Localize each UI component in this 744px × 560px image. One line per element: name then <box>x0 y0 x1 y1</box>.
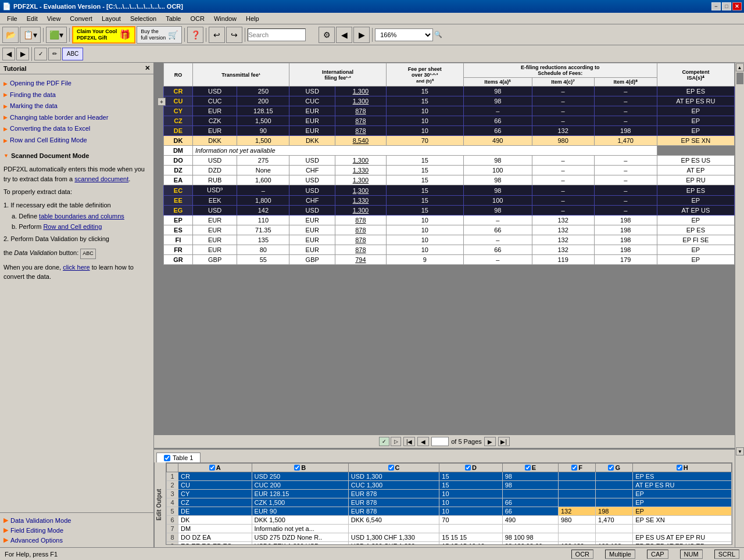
output-cell[interactable]: EP <box>633 490 732 498</box>
output-icon[interactable]: ▷ <box>391 437 401 446</box>
col-a-check[interactable] <box>209 465 215 471</box>
sidebar-link-opening[interactable]: ▶ Opening the PDF File <box>3 78 150 89</box>
output-cell[interactable]: 70 <box>439 516 502 525</box>
page-input[interactable]: 2 <box>431 437 449 446</box>
output-cell[interactable]: EUR 878 <box>348 498 439 507</box>
output-cell[interactable]: DM <box>178 525 252 533</box>
output-cell[interactable]: CUC 1,300 <box>348 481 439 490</box>
output-cell[interactable] <box>558 490 595 498</box>
output-table-container[interactable]: A B C D <box>166 462 732 545</box>
col-e-check[interactable] <box>525 465 531 471</box>
output-cell[interactable]: 66 <box>502 507 558 516</box>
output-cell[interactable] <box>558 533 595 542</box>
menu-view[interactable]: View <box>42 14 66 23</box>
menu-edit[interactable]: Edit <box>22 14 42 23</box>
forward-button[interactable]: ▶ <box>16 48 29 60</box>
output-cell[interactable] <box>596 481 633 490</box>
table-boundaries-link[interactable]: table boundaries and columns <box>39 213 124 220</box>
output-cell[interactable]: CY <box>178 490 252 498</box>
output-cell[interactable]: 15 15 15 <box>439 533 502 542</box>
output-cell[interactable]: 98 <box>502 481 558 490</box>
output-cell[interactable]: 1,470 <box>596 516 633 525</box>
field-editing-link[interactable]: ▶ Field Editing Mode <box>3 525 150 535</box>
output-cell[interactable]: EUR 878 <box>348 507 439 516</box>
output-cell[interactable] <box>558 498 595 507</box>
click-here-link[interactable]: click here <box>63 264 90 271</box>
output-cell[interactable] <box>558 481 595 490</box>
output-cell[interactable]: 66 <box>502 498 558 507</box>
maximize-button[interactable]: □ <box>722 2 731 10</box>
output-cell[interactable]: USD9 EEK 1,800 USD.. <box>252 542 348 545</box>
menu-help[interactable]: Help <box>241 14 264 23</box>
sidebar-link-converting[interactable]: ▶ Converting the data to Excel <box>3 123 150 135</box>
output-cell[interactable]: 15 15 15 10 10 <box>439 542 502 545</box>
output-cell[interactable]: USD 250 <box>252 472 348 481</box>
menu-file[interactable]: File <box>2 14 22 23</box>
col-g-check[interactable] <box>608 465 614 471</box>
scanned-doc-link[interactable]: scanned document <box>74 175 128 182</box>
output-cell[interactable] <box>439 525 502 533</box>
row-cell-editing-link[interactable]: Row and Cell editing <box>43 223 102 230</box>
buy-button[interactable]: Buy the full version 🛒 <box>137 26 182 44</box>
close-button[interactable]: ✕ <box>732 2 742 10</box>
advanced-options-link[interactable]: ▶ Advanced Options <box>3 535 150 545</box>
output-cell[interactable]: DKK 6,540 <box>348 516 439 525</box>
output-cell[interactable]: Informatio not yet a... <box>252 525 348 533</box>
menu-selection[interactable]: Selection <box>126 14 161 23</box>
table1-checkbox[interactable] <box>164 455 170 461</box>
output-cell[interactable] <box>596 490 633 498</box>
expand-icon[interactable]: + <box>158 98 166 106</box>
output-cell[interactable]: CUC 200 <box>252 481 348 490</box>
claim-gift-button[interactable]: Claim Your Cool PDF2XL Gift 🎁 <box>72 26 135 44</box>
sidebar-link-changing[interactable]: ▶ Changing table border and Header <box>3 112 150 124</box>
minimize-button[interactable]: − <box>711 2 721 10</box>
zoom-select[interactable]: 166% 100% 150% 200% <box>375 28 433 41</box>
output-cell[interactable]: CU <box>178 481 252 490</box>
output-cell[interactable]: 15 <box>439 481 502 490</box>
copy-button[interactable]: 📋▾ <box>20 27 41 43</box>
output-cell[interactable] <box>596 498 633 507</box>
list-item[interactable]: 6DKDKK 1,500DKK 6,540704909801,470EP SE … <box>167 516 732 525</box>
output-cell[interactable]: DKK 1,500 <box>252 516 348 525</box>
output-cell[interactable]: 198 198 <box>596 542 633 545</box>
output-cell[interactable]: CZK 1,500 <box>252 498 348 507</box>
output-cell[interactable] <box>558 472 595 481</box>
menu-table[interactable]: Table <box>161 14 185 23</box>
output-cell[interactable]: EP <box>633 498 732 507</box>
open-button[interactable]: 📂 <box>2 27 19 43</box>
output-cell[interactable]: EUR 878 <box>348 490 439 498</box>
output-cell[interactable]: 10 <box>439 507 502 516</box>
output-cell[interactable]: EUR 128.15 <box>252 490 348 498</box>
menu-convert[interactable]: Convert <box>65 14 97 23</box>
data-validation-link[interactable]: ▶ Data Validation Mode <box>3 515 150 525</box>
prev-page-button[interactable]: ◀ <box>417 437 429 446</box>
col-c-check[interactable] <box>388 465 394 471</box>
rotate-right-button[interactable]: ↪ <box>226 27 242 43</box>
output-cell[interactable] <box>348 525 439 533</box>
list-item[interactable]: 4CZCZK 1,500EUR 8781066EP <box>167 498 732 507</box>
sidebar-close-icon[interactable]: ✕ <box>145 64 150 72</box>
output-cell[interactable]: 132 <box>558 507 595 516</box>
sidebar-link-finding[interactable]: ▶ Finding the data <box>3 89 150 101</box>
menu-window[interactable]: Window <box>209 14 241 23</box>
next-search-button[interactable]: ▶ <box>353 27 370 43</box>
output-cell[interactable]: EP <box>633 507 732 516</box>
output-cell[interactable]: 98 <box>502 472 558 481</box>
list-item[interactable]: 5DEEUR 90EUR 8781066132198EP <box>167 507 732 516</box>
output-cell[interactable]: 132 132 <box>558 542 595 545</box>
output-cell[interactable]: EP SE XN <box>633 516 732 525</box>
output-cell[interactable]: 490 <box>502 516 558 525</box>
search-input[interactable] <box>248 28 306 41</box>
go-button[interactable]: ⚙ <box>319 27 335 43</box>
output-cell[interactable] <box>502 525 558 533</box>
menu-layout[interactable]: Layout <box>97 14 126 23</box>
output-cell[interactable]: CR <box>178 472 252 481</box>
output-cell[interactable]: 98 100 98 66 <box>502 542 558 545</box>
col-b-check[interactable] <box>294 465 300 471</box>
output-cell[interactable]: EP ES US AT EP EP RU <box>633 533 732 542</box>
sidebar-link-marking[interactable]: ▶ Marking the data <box>3 100 150 112</box>
col-d-check[interactable] <box>465 465 471 471</box>
output-cell[interactable]: DO DZ EA <box>178 533 252 542</box>
output-cell[interactable]: EP ES EP AT EP US EP <box>633 542 732 545</box>
list-item[interactable]: 3CYEUR 128.15EUR 87810EP <box>167 490 732 498</box>
